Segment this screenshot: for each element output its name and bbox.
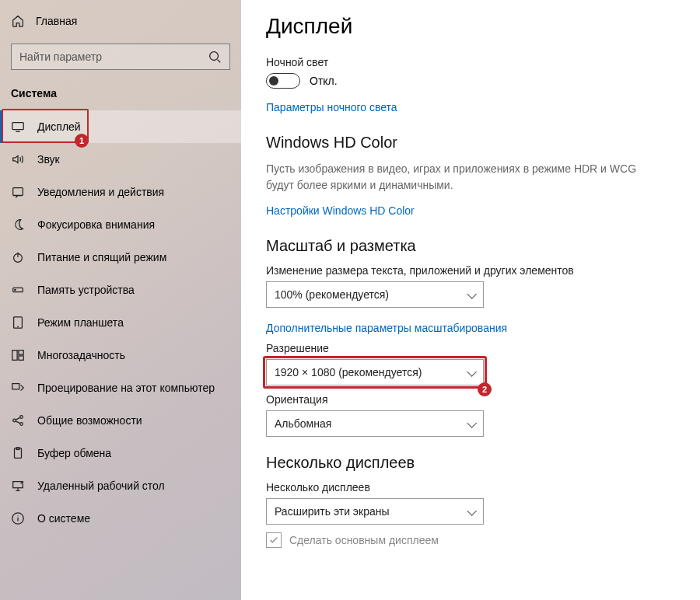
sidebar-item-label: Память устройства bbox=[37, 284, 135, 296]
scale-select[interactable]: 100% (рекомендуется) bbox=[266, 281, 484, 308]
main-content: Дисплей Ночной свет Откл. Параметры ночн… bbox=[241, 0, 700, 600]
sidebar-item-label: Питание и спящий режим bbox=[37, 251, 166, 263]
sidebar-item-projection[interactable]: Проецирование на этот компьютер bbox=[0, 372, 241, 404]
moon-icon bbox=[11, 218, 25, 232]
sidebar-item-label: Oбщие возможности bbox=[37, 414, 142, 427]
storage-icon bbox=[11, 283, 25, 297]
sidebar-item-storage[interactable]: Память устройства bbox=[0, 274, 241, 306]
sidebar-item-sound[interactable]: Звук bbox=[0, 143, 241, 176]
orientation-select[interactable]: Альбомная bbox=[266, 410, 484, 437]
sidebar-item-label: Буфер обмена bbox=[37, 447, 111, 459]
hdcolor-link[interactable]: Настройки Windows HD Color bbox=[266, 204, 415, 217]
sidebar-item-label: Проецирование на этот компьютер bbox=[37, 382, 215, 394]
home-label: Главная bbox=[36, 15, 77, 27]
nightlight-toggle-row: Откл. bbox=[266, 73, 677, 89]
orientation-value: Альбомная bbox=[275, 417, 331, 430]
search-icon bbox=[208, 50, 222, 64]
projection-icon bbox=[11, 381, 25, 395]
resolution-label: Разрешение bbox=[266, 342, 677, 354]
sidebar-item-remote[interactable]: Удаленный рабочий стол bbox=[0, 469, 241, 502]
sidebar-item-about[interactable]: О системе bbox=[0, 502, 241, 535]
nav-wrap: Дисплей 1 Звук Уведомления и действия Фо… bbox=[0, 110, 241, 535]
sidebar-item-focus[interactable]: Фокусировка внимания bbox=[0, 208, 241, 241]
remote-icon bbox=[11, 479, 25, 493]
info-icon bbox=[11, 511, 25, 525]
svg-point-11 bbox=[13, 419, 16, 422]
sidebar-item-label: Уведомления и действия bbox=[37, 186, 164, 198]
multi-value: Расширить эти экраны bbox=[275, 505, 390, 518]
multi-label: Несколько дисплеев bbox=[266, 481, 677, 494]
resolution-wrap: 1920 × 1080 (рекомендуется) 2 bbox=[266, 359, 492, 385]
notification-icon bbox=[11, 185, 25, 199]
svg-rect-1 bbox=[12, 123, 23, 130]
primary-display-checkbox[interactable] bbox=[266, 532, 282, 548]
nightlight-label: Ночной свет bbox=[266, 56, 677, 68]
sidebar-item-label: Звук bbox=[37, 153, 60, 166]
resolution-select[interactable]: 1920 × 1080 (рекомендуется) bbox=[266, 359, 484, 385]
scale-title: Масштаб и разметка bbox=[266, 237, 677, 255]
sidebar-item-label: Многозадачность bbox=[37, 349, 125, 361]
svg-rect-9 bbox=[19, 356, 23, 360]
nightlight-settings-link[interactable]: Параметры ночного света bbox=[266, 101, 397, 113]
svg-rect-10 bbox=[12, 384, 19, 389]
sidebar-item-label: О системе bbox=[37, 512, 90, 525]
clipboard-icon bbox=[11, 446, 25, 460]
advanced-scaling-link[interactable]: Дополнительные параметры масштабирования bbox=[266, 322, 507, 334]
sidebar: Главная Система Дисплей 1 Звук Уведомлен… bbox=[0, 0, 241, 600]
multi-select[interactable]: Расширить эти экраны bbox=[266, 498, 484, 525]
scale-value: 100% (рекомендуется) bbox=[275, 288, 389, 301]
display-icon bbox=[11, 120, 25, 134]
svg-rect-8 bbox=[19, 351, 23, 354]
home-icon bbox=[11, 14, 25, 28]
sidebar-item-tablet[interactable]: Режим планшета bbox=[0, 306, 241, 339]
svg-point-5 bbox=[15, 289, 16, 290]
multitask-icon bbox=[11, 348, 25, 362]
svg-point-13 bbox=[20, 423, 23, 426]
power-icon bbox=[11, 250, 25, 264]
sidebar-item-label: Дисплей bbox=[37, 120, 81, 133]
svg-point-0 bbox=[210, 52, 219, 61]
search-input-container[interactable] bbox=[11, 44, 230, 70]
sidebar-item-label: Фокусировка внимания bbox=[37, 218, 155, 231]
toggle-thumb bbox=[269, 76, 278, 85]
category-title: Система bbox=[0, 82, 241, 110]
resolution-value: 1920 × 1080 (рекомендуется) bbox=[275, 366, 422, 378]
scale-label: Изменение размера текста, приложений и д… bbox=[266, 264, 677, 277]
tablet-icon bbox=[11, 316, 25, 330]
page-title: Дисплей bbox=[266, 14, 677, 39]
sidebar-item-display[interactable]: Дисплей bbox=[0, 110, 241, 143]
primary-display-label: Сделать основным дисплеем bbox=[289, 534, 439, 546]
sidebar-item-clipboard[interactable]: Буфер обмена bbox=[0, 437, 241, 469]
search-input[interactable] bbox=[19, 51, 208, 63]
svg-point-12 bbox=[20, 416, 23, 419]
svg-rect-2 bbox=[13, 188, 23, 196]
multi-title: Несколько дисплеев bbox=[266, 454, 677, 472]
sound-icon bbox=[11, 152, 25, 166]
sidebar-item-notifications[interactable]: Уведомления и действия bbox=[0, 176, 241, 208]
share-icon bbox=[11, 413, 25, 427]
home-link[interactable]: Главная bbox=[0, 6, 241, 36]
nightlight-toggle[interactable] bbox=[266, 73, 300, 89]
svg-rect-7 bbox=[12, 351, 17, 361]
sidebar-item-label: Удаленный рабочий стол bbox=[37, 480, 165, 492]
orientation-label: Ориентация bbox=[266, 393, 677, 406]
sidebar-item-label: Режим планшета bbox=[37, 316, 124, 329]
hdcolor-title: Windows HD Color bbox=[266, 134, 677, 152]
annotation-badge-2: 2 bbox=[478, 382, 492, 396]
nightlight-state: Откл. bbox=[310, 75, 338, 87]
sidebar-item-multitask[interactable]: Многозадачность bbox=[0, 339, 241, 372]
hdcolor-body: Пусть изображения в видео, играх и прило… bbox=[266, 161, 655, 194]
sidebar-item-power[interactable]: Питание и спящий режим bbox=[0, 241, 241, 274]
sidebar-item-shared[interactable]: Oбщие возможности bbox=[0, 404, 241, 437]
primary-display-row: Сделать основным дисплеем bbox=[266, 532, 677, 548]
